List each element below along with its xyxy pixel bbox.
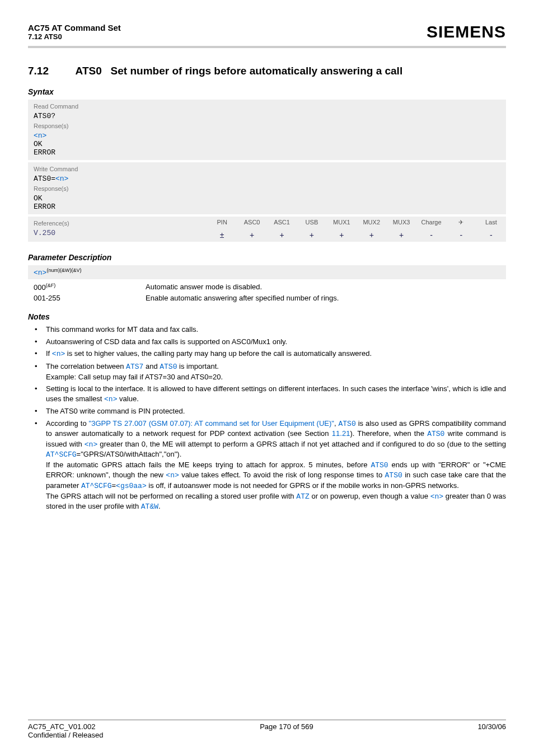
write-resp-ok: OK: [34, 194, 500, 203]
note-text: and: [143, 362, 160, 370]
note-link[interactable]: ATS0: [160, 363, 177, 371]
doc-title: AC75 AT Command Set: [28, 23, 121, 32]
refs-val: -: [476, 228, 506, 242]
note-link[interactable]: "3GPP TS 27.007 (GSM 07.07): AT command …: [89, 419, 334, 428]
note-text: ="GPRS/ATS0/withAttach","on").: [77, 450, 182, 458]
read-resp-ok: OK: [34, 140, 500, 148]
write-resp-err: ERROR: [34, 203, 500, 211]
param-key: 000(&F): [34, 283, 146, 292]
note-text: or on powerup, even though a value: [310, 492, 430, 500]
footer-left1: AC75_ATC_V01.002: [28, 722, 95, 731]
section-desc: Set number of rings before automatically…: [111, 65, 403, 77]
note-text: is off, if autoanswer mode is not needed…: [147, 481, 459, 490]
note-text: .: [158, 502, 161, 510]
refs-val: +: [297, 228, 326, 242]
note-text: =: [111, 481, 116, 490]
footer-right: 10/30/06: [477, 722, 506, 731]
param-key: 001-255: [34, 294, 146, 302]
note-link[interactable]: AT^SCFG: [81, 482, 112, 490]
refs-val: ±: [207, 228, 237, 242]
refs-col: MUX1: [327, 217, 357, 228]
note-text: is set to higher values, the calling par…: [65, 349, 372, 358]
refs-header-row: PINASC0ASC1USBMUX1MUX2MUX3Charge✈Last: [207, 217, 506, 228]
note-link[interactable]: ATS0: [427, 430, 444, 438]
write-command-block: Write Command ATS0=<n> Response(s) OK ER…: [28, 162, 506, 214]
param-row: 001-255Enable automatic answering after …: [28, 293, 506, 303]
param-desc: Automatic answer mode is disabled.: [146, 283, 262, 292]
refs-value-row: ±++++++---: [207, 228, 506, 242]
note-text: value.: [117, 395, 138, 403]
refs-col: PIN: [207, 217, 237, 228]
note-item: This command works for MT data and fax c…: [38, 325, 506, 335]
refs-col: ASC0: [237, 217, 266, 228]
brand-logo: SIEMENS: [427, 22, 506, 41]
note-text: This command works for MT data and fax c…: [46, 325, 198, 334]
read-cmd: ATS0?: [34, 112, 500, 120]
footer-left2: Confidential / Released: [28, 731, 506, 739]
note-item: The correlation between ATS7 and ATS0 is…: [38, 361, 506, 382]
note-text: is important.: [177, 362, 218, 370]
note-link[interactable]: 11.21: [332, 429, 350, 438]
notes-list: This command works for MT data and fax c…: [28, 325, 506, 514]
note-text: If the automatic GPRS attach fails the M…: [46, 461, 371, 469]
reference-block: Reference(s) V.250 PINASC0ASC1USBMUX1MUX…: [28, 217, 506, 242]
header-rule: [28, 46, 506, 48]
note-link[interactable]: ATS0: [371, 461, 388, 469]
refs-col: Last: [476, 217, 506, 228]
write-cmd-n[interactable]: <n>: [55, 175, 68, 183]
refs-val: +: [267, 228, 297, 242]
param-n-box: <n>(num)(&W)(&V): [28, 265, 506, 279]
note-link[interactable]: ATS7: [126, 363, 143, 371]
section-number: 7.12: [28, 65, 73, 77]
refs-val: +: [386, 228, 416, 242]
note-text: According to: [46, 419, 89, 428]
note-link[interactable]: <n>: [166, 471, 179, 480]
note-link[interactable]: <n>: [430, 492, 443, 501]
note-text: greater than 0, the ME will attempt to p…: [97, 440, 506, 448]
note-item: Autoanswering of CSD data and fax calls …: [38, 337, 506, 347]
note-link[interactable]: ATS0: [338, 420, 355, 428]
header-left: AC75 AT Command Set 7.12 ATS0: [28, 23, 121, 41]
note-link[interactable]: <n>: [85, 440, 97, 449]
page-header: AC75 AT Command Set 7.12 ATS0 SIEMENS: [28, 22, 506, 46]
footer-rule: [28, 720, 506, 720]
write-label: Write Command: [34, 166, 500, 172]
param-n[interactable]: <n>: [34, 269, 46, 277]
write-resp-label: Response(s): [34, 185, 500, 192]
note-text: value takes effect. To avoid the risk of…: [179, 471, 385, 479]
params-heading: Parameter Description: [28, 253, 506, 262]
section-cmd: ATS0: [76, 65, 102, 77]
read-label: Read Command: [34, 103, 500, 110]
read-resp-n[interactable]: <n>: [34, 132, 500, 140]
note-text: The ATS0 write command is PIN protected.: [46, 407, 185, 415]
note-text: The correlation between: [46, 362, 126, 370]
note-link[interactable]: ATZ: [296, 492, 309, 501]
refs-val: +: [237, 228, 266, 242]
syntax-heading: Syntax: [28, 87, 506, 96]
note-link[interactable]: <n>: [104, 395, 117, 403]
refs-label: Reference(s): [34, 220, 202, 227]
doc-subtitle: 7.12 ATS0: [28, 32, 121, 41]
notes-heading: Notes: [28, 312, 506, 321]
refs-value: V.250: [34, 229, 202, 237]
note-text: Example: Call setup may fail if ATS7=30 …: [46, 373, 223, 381]
note-text: If: [46, 349, 52, 358]
refs-val: -: [416, 228, 446, 242]
note-link[interactable]: <gs0aa>: [116, 482, 147, 490]
refs-col: Charge: [416, 217, 446, 228]
write-cmd: ATS0=<n>: [34, 175, 500, 183]
note-item: Setting is local to the interface. It is…: [38, 384, 506, 404]
read-command-block: Read Command ATS0? Response(s) <n> OK ER…: [28, 100, 506, 160]
param-row: 000(&F)Automatic answer mode is disabled…: [28, 281, 506, 293]
param-desc: Enable automatic answering after specifi…: [146, 294, 339, 302]
note-link[interactable]: <n>: [52, 350, 65, 358]
refs-col: MUX3: [386, 217, 416, 228]
note-link[interactable]: AT&W: [141, 503, 158, 511]
refs-col: ✈: [446, 217, 476, 228]
note-link[interactable]: AT^SCFG: [46, 450, 77, 459]
note-link[interactable]: ATS0: [385, 471, 402, 480]
refs-col: USB: [297, 217, 326, 228]
refs-val: -: [446, 228, 476, 242]
note-item: According to "3GPP TS 27.007 (GSM 07.07)…: [38, 419, 506, 512]
note-text: The GPRS attach will not be performed on…: [46, 492, 296, 500]
